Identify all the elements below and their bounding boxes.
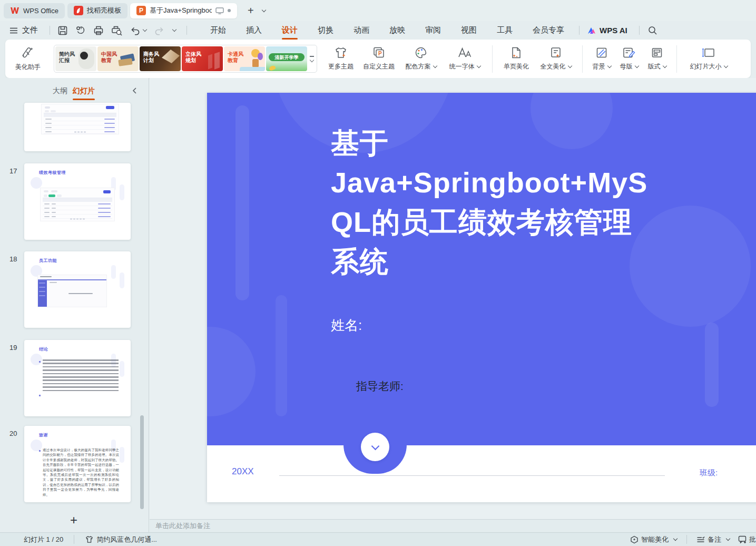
slide-thumbnail-20[interactable]: 致谢 通过本次毕业设计，极大的提高了我和老师同学之间的交际能力，也让我懂得了很多… [24,426,131,502]
add-slide-button[interactable]: + [64,512,83,528]
tab-review[interactable]: 审阅 [424,22,442,38]
window-tab-bar: WPS Office 找稻壳模板 P 基于Java+Springboot+MyS… [0,0,756,21]
theme-business-plan[interactable]: 商务风计划 [140,46,181,71]
notes-button[interactable]: 备注 [696,535,730,544]
advisor-label[interactable]: 指导老师: [356,379,404,394]
menu-bar: 文件 开始 插入 设计 切换 动画 放映 审阅 视图 工具 会员专享 [0,21,756,40]
wps-ai-button[interactable]: WPS AI [587,26,627,35]
slide-thumbnail-18[interactable]: 员工功能 [24,251,131,328]
slide-size-button[interactable]: 幻灯片大小 [682,46,735,71]
theme-label: 简约风 [59,51,75,57]
tab-home[interactable]: 开始 [209,22,227,38]
more-themes-label: 更多主题 [328,62,354,71]
background-button[interactable]: 背景 [588,46,615,71]
toolbar-more-chevron-icon[interactable] [172,27,176,32]
tab-tools[interactable]: 工具 [496,22,514,38]
page-sparkle-icon [510,46,523,59]
search-icon[interactable] [648,26,657,35]
layout-label: 版式 [648,62,666,71]
slide-panel-header: 大纲 幻灯片 [0,84,149,101]
unify-font-label: 统一字体 [449,62,480,71]
tab-slides[interactable]: 幻灯片 [73,86,95,96]
beautify-assistant-button[interactable]: 美化助手 [5,46,51,72]
print-preview-icon[interactable] [111,25,123,36]
theme-minimal-report[interactable]: 简约风汇报 [55,46,96,71]
new-tab-button[interactable]: + [244,5,257,17]
background-icon [595,46,608,59]
notes-bar[interactable]: 单击此处添加备注 [150,519,756,532]
unify-font-button[interactable]: 统一字体 [443,46,487,71]
status-bar: 幻灯片 1 / 20 简约风蓝色几何通... 智能美化 备注 批 [0,532,756,546]
template-button[interactable]: 简约风蓝色几何通... [85,535,157,544]
year-label[interactable]: 20XX [232,466,254,477]
scroll-down-button[interactable] [361,433,389,461]
slide-panel: 大纲 幻灯片 [0,78,149,532]
page-beautify-button[interactable]: 单页美化 [498,46,535,71]
divider [686,535,687,544]
custom-theme-button[interactable]: P 自定义主题 [358,46,399,71]
current-slide[interactable]: 基于 Java+Springboot+MyS QL的员工绩效考核管理 系统 姓名… [207,93,756,502]
smart-beautify-button[interactable]: 智能美化 [630,535,677,544]
chevron-down-icon [726,537,730,541]
master-button[interactable]: 母版 [615,46,643,71]
tab-document[interactable]: P 基于Java+Springboot+MyS [130,3,237,18]
monitor-icon [215,7,224,14]
slide-number: 17 [9,167,17,175]
print-icon[interactable] [93,25,104,36]
color-scheme-button[interactable]: 配色方案 [399,46,443,71]
slide-size-label: 幻灯片大小 [690,62,728,71]
divider [582,45,583,73]
thumbnail-graphic [37,275,107,307]
doc-beautify-label: 全文美化 [541,62,572,71]
redo-icon[interactable] [154,26,164,35]
tab-membership[interactable]: 会员专享 [532,22,565,38]
chevron-down-icon [371,442,379,450]
tab-design[interactable]: 设计 [281,22,299,38]
footer-line [279,475,665,476]
tab-transitions[interactable]: 切换 [317,22,335,38]
thumbnail-title: 致谢 [39,432,48,438]
tab-slideshow[interactable]: 放映 [388,22,406,38]
thumbnail-title: 绩效考核管理 [39,170,66,175]
name-label[interactable]: 姓名: [331,316,362,335]
more-themes-button[interactable]: 更多主题 [323,46,358,71]
sidebar-scrollbar[interactable] [140,415,144,509]
theme-chinese-education[interactable]: 中国风教育 [97,46,139,71]
tab-wps-office[interactable]: WPS Office [4,3,65,18]
slide-thumbnail-19[interactable]: 结论 [24,340,131,416]
class-label[interactable]: 班级: [700,468,718,478]
collapse-panel-button[interactable] [131,86,139,95]
doc-beautify-button[interactable]: 全文美化 [535,46,577,71]
tab-list-chevron-icon[interactable] [262,7,266,12]
slide-number: 19 [9,344,17,352]
title-line: QL的员工绩效考核管理 [331,206,632,238]
theme-3d-planning[interactable]: 立体风规划 [182,46,223,71]
save-icon[interactable] [57,25,68,36]
export-icon[interactable] [75,25,86,36]
slide-thumbnail-16-partial[interactable] [24,103,131,151]
theme-cartoon-education[interactable]: 卡通风教育 [224,46,265,71]
master-icon [622,46,636,59]
theme-label: 规划 [185,57,196,63]
comment-button-label: 批 [749,535,756,544]
slide-title[interactable]: 基于 Java+Springboot+MyS QL的员工绩效考核管理 系统 [331,123,700,281]
theme-fresh-school-season[interactable]: 清新开学季 [266,46,307,71]
undo-button[interactable] [130,26,146,35]
tab-animations[interactable]: 动画 [352,22,370,38]
template-name: 简约风蓝色几何通... [96,535,157,544]
tab-insert[interactable]: 插入 [245,22,263,38]
layout-button[interactable]: 版式 [643,46,671,71]
gallery-expand-button[interactable] [308,46,316,71]
undo-dropdown-chevron-icon[interactable] [143,27,147,32]
theme-label: 商务风 [143,51,159,57]
file-menu[interactable]: 文件 [0,25,45,35]
tab-outline[interactable]: 大纲 [53,86,67,96]
slide-size-icon [701,46,716,59]
background-label: 背景 [593,62,611,71]
theme-thumb-deco [208,54,212,70]
magic-wand-icon [21,46,35,60]
tab-view[interactable]: 视图 [460,22,478,38]
comment-button[interactable]: 批 [738,535,756,544]
tab-docer-templates[interactable]: 找稻壳模板 [67,3,127,18]
slide-thumbnail-17[interactable]: 绩效考核管理 [24,163,131,240]
